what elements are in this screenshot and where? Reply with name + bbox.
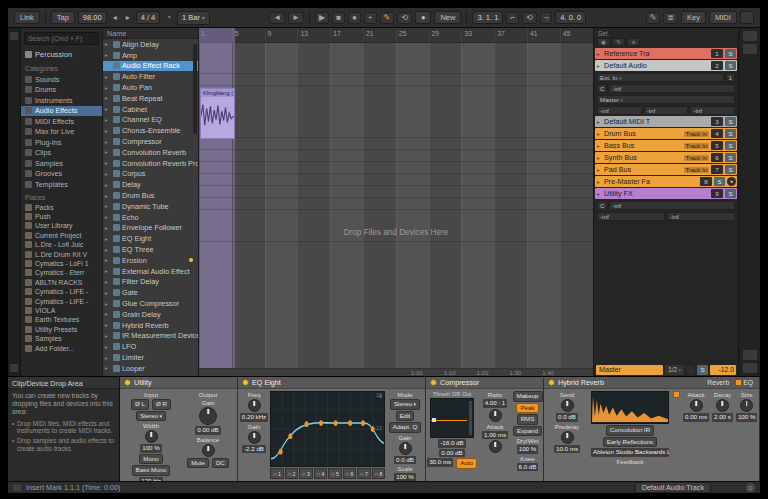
sidebar-place-item[interactable]: Earth Textures bbox=[21, 315, 102, 324]
midi-map-button[interactable]: MIDI bbox=[709, 11, 737, 24]
track-fold-icon[interactable] bbox=[597, 179, 602, 185]
eq-band-button[interactable]: 4 bbox=[314, 468, 328, 479]
forward-arrow-button[interactable]: ► bbox=[288, 12, 304, 24]
eq-eight-title-bar[interactable]: EQ Eight bbox=[238, 377, 425, 389]
key-map-button[interactable]: Key bbox=[681, 11, 706, 24]
eq-band-button[interactable]: 7 bbox=[357, 468, 371, 479]
out-tab[interactable]: Out bbox=[462, 391, 471, 397]
meter-value[interactable]: -inf bbox=[690, 106, 735, 115]
hybrid-reverb-title-bar[interactable]: Hybrid Reverb Reverb EQ bbox=[544, 377, 759, 389]
decay-knob[interactable] bbox=[716, 399, 729, 412]
loop-start-display[interactable]: 3. 1. 1 bbox=[472, 11, 503, 24]
rms-button[interactable]: RMS bbox=[517, 414, 539, 425]
solo-button[interactable]: S bbox=[725, 117, 736, 126]
tap-tempo-button[interactable]: Tap bbox=[51, 11, 75, 24]
predelay-value[interactable]: 10.0 ms bbox=[554, 445, 580, 454]
track-header-bus[interactable]: Drum Bus Track In 4 S bbox=[595, 128, 737, 139]
sidebar-place-item[interactable]: ABLTN RACKS bbox=[21, 278, 102, 287]
capture-midi-button[interactable]: ● bbox=[415, 11, 432, 24]
browser-device-row[interactable]: EQ Three bbox=[103, 244, 198, 255]
zoom-in-icon[interactable] bbox=[743, 363, 757, 373]
eq-band-button[interactable]: 1 bbox=[270, 468, 284, 479]
eq-tab[interactable]: EQ bbox=[734, 379, 755, 386]
eq-band-button[interactable]: 8 bbox=[372, 468, 386, 479]
browser-device-row[interactable]: Channel EQ bbox=[103, 115, 198, 126]
sidebar-category-item[interactable]: Max for Live bbox=[21, 127, 102, 138]
decay-value[interactable]: 2.00 s bbox=[712, 413, 733, 422]
adapt-q-button[interactable]: Adapt. Q bbox=[389, 422, 421, 433]
back-arrow-button[interactable]: ◄ bbox=[269, 12, 285, 24]
track-header-bus[interactable]: Bass Bus Track In 5 S bbox=[595, 140, 737, 151]
release-value[interactable]: 30.0 ms bbox=[427, 458, 453, 467]
draw-mode-button[interactable]: ✎ bbox=[646, 12, 661, 24]
current-pack-item[interactable]: Percussion bbox=[21, 48, 102, 61]
track-header-bus[interactable]: Synth Bus Track In 6 S bbox=[595, 152, 737, 163]
scale-value[interactable]: 100 % bbox=[394, 473, 416, 481]
track-header-default-audio[interactable]: Default Audio 2 S bbox=[595, 60, 737, 71]
punch-in-button[interactable]: ⌐ bbox=[506, 12, 519, 24]
sidebar-category-item[interactable]: Grooves bbox=[21, 169, 102, 180]
browser-device-row[interactable]: Auto Filter bbox=[103, 71, 198, 82]
browser-device-row[interactable]: Chorus-Ensemble bbox=[103, 125, 198, 136]
predelay-knob[interactable] bbox=[561, 431, 574, 444]
browser-device-row[interactable]: Gate bbox=[103, 287, 198, 298]
ratio-value[interactable]: 4.00 : 1 bbox=[483, 399, 508, 408]
track-name[interactable]: Default Audio bbox=[604, 61, 709, 70]
meter-value[interactable]: -inf bbox=[644, 106, 689, 115]
sidebar-category-item[interactable]: Instruments bbox=[21, 95, 102, 106]
browser-device-row[interactable]: Hybrid Reverb bbox=[103, 320, 198, 331]
nudge-up-icon[interactable]: ▸ bbox=[123, 13, 133, 23]
meter-value[interactable]: -inf bbox=[597, 212, 665, 221]
reverb-tab[interactable]: Reverb bbox=[705, 379, 731, 386]
sidebar-place-item[interactable]: Samples bbox=[21, 334, 102, 343]
sidebar-category-item[interactable]: Clips bbox=[21, 148, 102, 159]
record-button[interactable]: ● bbox=[348, 12, 361, 24]
stop-button[interactable]: ■ bbox=[332, 12, 345, 24]
crossfade-assign-button[interactable]: C bbox=[597, 201, 607, 210]
utility-title-bar[interactable]: Utility bbox=[120, 377, 237, 389]
send-value[interactable]: 0.0 dB bbox=[556, 413, 578, 422]
track-header-pre-master[interactable]: Pre-Master Fa 8 S ● bbox=[595, 176, 737, 187]
time-signature-display[interactable]: 4 / 4 bbox=[136, 11, 161, 24]
sidebar-place-item[interactable]: Cymatics - LIFE - bbox=[21, 287, 102, 296]
quantization-menu[interactable]: 1 Bar bbox=[177, 11, 210, 25]
output-chooser[interactable]: Master bbox=[597, 95, 735, 104]
track-routing[interactable]: Track In bbox=[684, 167, 709, 173]
sidebar-place-item[interactable]: VIOLA bbox=[21, 306, 102, 315]
attack-value[interactable]: 0.00 ms bbox=[683, 413, 709, 422]
time-ruler[interactable]: 1:001:101:201:301:40 bbox=[199, 368, 593, 376]
browser-device-row[interactable]: Convolution Reverb bbox=[103, 147, 198, 158]
master-output-chooser[interactable]: 1/2 bbox=[665, 365, 684, 375]
sidebar-place-item[interactable]: Push bbox=[21, 212, 102, 221]
thresh-tab[interactable]: Thresh bbox=[433, 391, 450, 397]
arm-button[interactable]: ● bbox=[727, 177, 736, 186]
track-name[interactable]: Synth Bus bbox=[604, 153, 682, 162]
browser-device-row[interactable]: IR Measurement Device bbox=[103, 331, 198, 342]
dry-wet-value[interactable]: 100 % bbox=[517, 445, 539, 454]
track-volume-field[interactable]: -inf bbox=[609, 201, 735, 210]
browser-device-row[interactable]: Convolution Reverb Pro bbox=[103, 158, 198, 169]
solo-button[interactable]: S bbox=[725, 153, 736, 162]
sidebar-place-item[interactable]: Cymatics - LIFE - bbox=[21, 296, 102, 305]
browser-device-row[interactable]: Drum Bus bbox=[103, 190, 198, 201]
threshold-value[interactable]: -18.0 dB bbox=[438, 439, 465, 448]
browser-device-row[interactable]: Amp bbox=[103, 50, 198, 61]
play-button[interactable]: ▶ bbox=[315, 12, 329, 24]
device-power-icon[interactable] bbox=[124, 379, 131, 386]
browser-device-row[interactable]: Grain Delay bbox=[103, 309, 198, 320]
track-fold-icon[interactable] bbox=[597, 191, 602, 197]
master-solo-button[interactable]: S bbox=[697, 365, 708, 375]
compressor-display[interactable] bbox=[430, 398, 474, 438]
audio-clip[interactable]: Klingklang ( bbox=[200, 88, 235, 139]
sidebar-place-item[interactable]: Cymatics - LoFi 1 bbox=[21, 259, 102, 268]
track-fold-icon[interactable] bbox=[597, 51, 602, 57]
zoom-out-icon[interactable] bbox=[743, 350, 757, 360]
sidebar-place-item[interactable]: User Library bbox=[21, 221, 102, 230]
track-fold-icon[interactable] bbox=[597, 143, 602, 149]
browser-toggle-icon[interactable] bbox=[10, 32, 18, 40]
makeup-button[interactable]: Makeup bbox=[513, 391, 543, 402]
info-view-toggle-icon[interactable] bbox=[10, 364, 18, 372]
band-gain-knob[interactable] bbox=[248, 431, 261, 444]
knee-value[interactable]: 6.0 dB bbox=[517, 463, 539, 472]
automation-arm-button[interactable]: ✎ bbox=[380, 12, 395, 24]
